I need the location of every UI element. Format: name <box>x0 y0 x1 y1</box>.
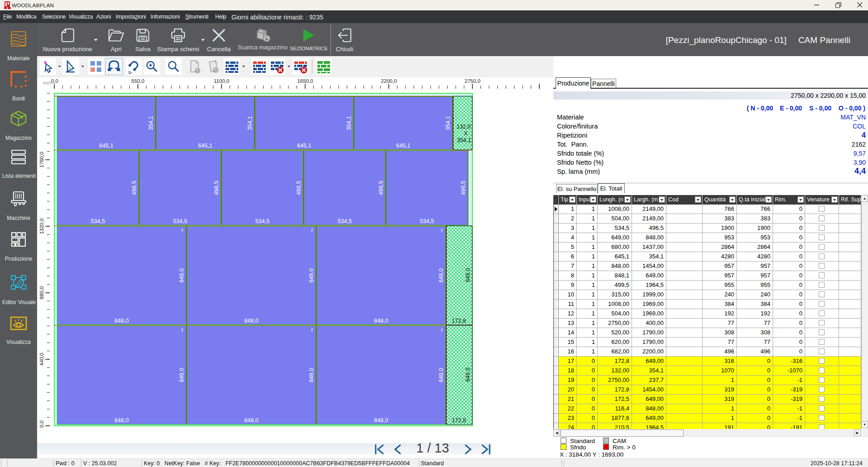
svg-text:848,0: 848,0 <box>374 318 388 324</box>
svg-text:0,0: 0,0 <box>39 420 44 428</box>
svg-text:1650,0: 1650,0 <box>297 78 313 84</box>
svg-text:mm: mm <box>43 80 52 86</box>
svg-text:0,0: 0,0 <box>51 78 58 84</box>
svg-text:496,5: 496,5 <box>296 181 302 195</box>
svg-text:649,0: 649,0 <box>179 268 185 282</box>
svg-text:496,5: 496,5 <box>460 181 467 195</box>
svg-text:649,0: 649,0 <box>179 368 185 382</box>
svg-text:132,0: 132,0 <box>457 124 471 130</box>
svg-text:848,0: 848,0 <box>114 318 128 324</box>
svg-text:534,5: 534,5 <box>420 218 434 224</box>
svg-text:645,1: 645,1 <box>99 143 113 149</box>
svg-text:172,8: 172,8 <box>452 417 466 424</box>
svg-text:534,5: 534,5 <box>338 218 352 224</box>
svg-text:1100,0: 1100,0 <box>214 78 229 84</box>
svg-text:354,1: 354,1 <box>346 116 352 130</box>
svg-text:440,0: 440,0 <box>39 353 44 366</box>
svg-text:X: X <box>464 130 468 137</box>
svg-text:496,5: 496,5 <box>213 181 220 195</box>
svg-text:550,0: 550,0 <box>132 78 145 84</box>
svg-text:645,1: 645,1 <box>396 143 410 149</box>
svg-text:848,0: 848,0 <box>244 318 258 324</box>
svg-text:534,5: 534,5 <box>91 218 105 224</box>
svg-text:645,1: 645,1 <box>198 143 212 149</box>
svg-text:r: r <box>441 327 443 333</box>
svg-text:649,0: 649,0 <box>308 368 315 382</box>
svg-text:2750,0: 2750,0 <box>464 78 480 84</box>
svg-text:645,1: 645,1 <box>297 143 311 149</box>
svg-text:r: r <box>311 327 313 333</box>
svg-text:880,0: 880,0 <box>39 286 44 300</box>
svg-text:496,5: 496,5 <box>131 181 137 195</box>
svg-text:r: r <box>181 227 183 234</box>
svg-text:2200,0: 2200,0 <box>381 78 396 84</box>
svg-text:172,8: 172,8 <box>452 318 466 324</box>
svg-text:354,1: 354,1 <box>148 116 154 130</box>
svg-text:496,5: 496,5 <box>378 181 384 195</box>
svg-text:r: r <box>441 227 443 234</box>
svg-text:354,1: 354,1 <box>445 116 451 130</box>
svg-text:848,0: 848,0 <box>374 417 388 424</box>
svg-text:848,0: 848,0 <box>114 417 128 424</box>
svg-text:534,5: 534,5 <box>173 218 187 224</box>
svg-text:1320,0: 1320,0 <box>39 218 44 234</box>
svg-text:649,0: 649,0 <box>465 268 471 282</box>
svg-text:354,1: 354,1 <box>247 116 253 130</box>
svg-text:354,1: 354,1 <box>457 137 471 143</box>
svg-text:649,0: 649,0 <box>308 268 315 282</box>
svg-text:649,0: 649,0 <box>438 268 444 282</box>
svg-text:534,5: 534,5 <box>255 218 269 224</box>
svg-text:649,0: 649,0 <box>438 368 444 382</box>
svg-text:r: r <box>311 227 313 234</box>
svg-text:1760,0: 1760,0 <box>39 152 44 167</box>
svg-text:649,0: 649,0 <box>465 367 471 381</box>
svg-text:848,0: 848,0 <box>244 417 258 424</box>
svg-text:r: r <box>181 327 183 333</box>
